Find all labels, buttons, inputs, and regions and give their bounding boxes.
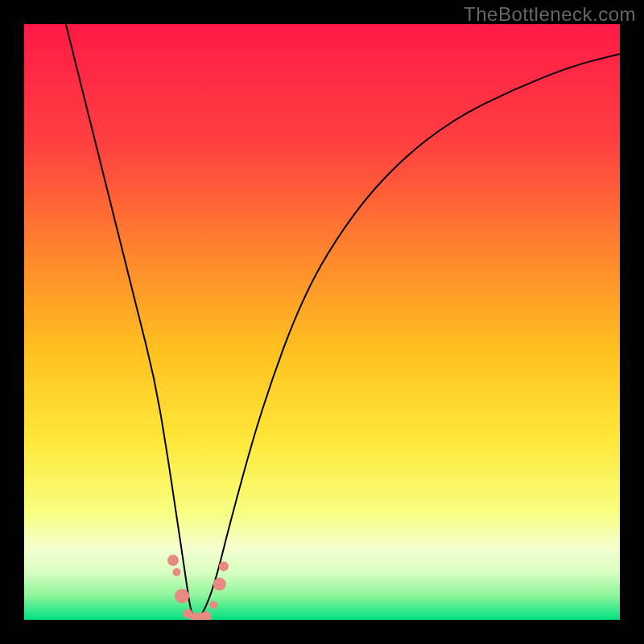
watermark-text: TheBottleneck.com	[464, 3, 636, 26]
data-marker	[219, 561, 229, 571]
plot-area	[24, 24, 620, 620]
gradient-background	[24, 24, 620, 620]
bottleneck-chart	[24, 24, 620, 620]
data-marker	[172, 568, 180, 576]
data-marker	[167, 555, 179, 566]
chart-frame: TheBottleneck.com	[0, 0, 644, 644]
data-marker	[209, 601, 217, 609]
data-marker	[175, 588, 189, 603]
data-marker	[213, 578, 226, 591]
